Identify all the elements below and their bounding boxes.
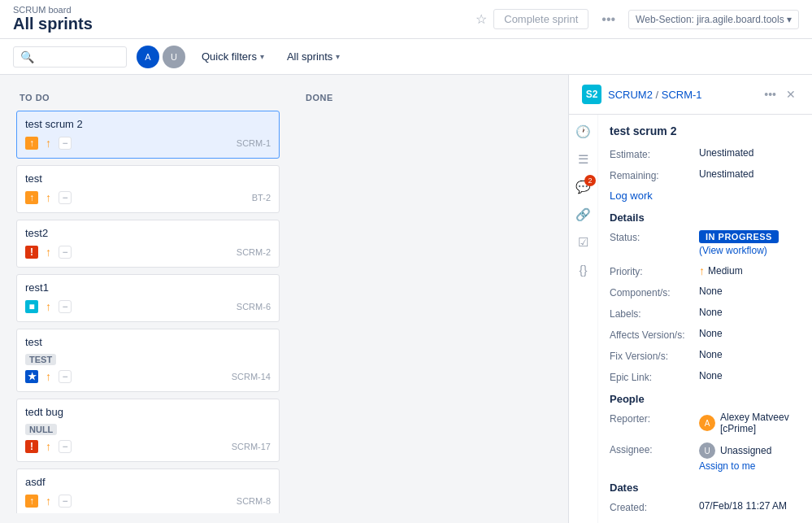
chevron-down-icon-2: ▾ [336,52,340,61]
card-scrm17[interactable]: tedt bug NULL ! ↑ − SCRM-17 [16,399,280,462]
detail-close-button[interactable]: ✕ [783,86,799,102]
label-badge: TEST [25,354,56,365]
card-footer: ! ↑ − SCRM-17 [25,438,271,455]
search-input[interactable] [39,50,120,63]
column-done: DONE [296,85,568,513]
comment-icon[interactable]: 💬 2 [575,180,591,194]
fix-label: Fix Version/s: [610,349,699,362]
fix-version-row: Fix Version/s: None [610,349,801,362]
card-scrm2[interactable]: test2 ! ↑ − SCRM-2 [16,220,280,268]
all-sprints-button[interactable]: All sprints ▾ [280,47,346,66]
card-title: test2 [25,227,271,239]
epic-label: Epic Link: [610,370,699,383]
priority-icon: ↑ [41,493,55,509]
components-label: Component/s: [610,285,699,299]
remaining-value: Unestimated [699,168,801,180]
web-section-label[interactable]: Web-Section: jira.agile.board.tools ▾ [628,10,799,29]
more-options-button[interactable]: ••• [595,9,622,30]
priority-icon: ↑ [41,438,55,455]
card-scrm6[interactable]: rest1 ■ ↑ − SCRM-6 [16,274,280,322]
assignee-value: Unassigned [720,445,771,456]
header-title-area: SCRUM board All sprints [13,5,93,33]
priority-icon: ↑ [41,244,55,260]
avatar-1[interactable]: A [137,46,159,68]
people-section-title: People [610,393,801,405]
priority-label: Priority: [610,264,699,277]
complete-sprint-button[interactable]: Complete sprint [493,9,588,29]
code-icon[interactable]: {} [579,263,587,277]
priority-value: ↑ Medium [699,264,801,277]
minus-button[interactable]: − [59,191,72,204]
avatar-2[interactable]: U [163,46,185,68]
card-badges: ↑ ↑ − [25,135,72,151]
detail-header: S2 SCRUM2 / SCRM-1 ••• ✕ [569,75,812,115]
column-todo: TO DO test scrum 2 ↑ ↑ − SCRM-1 [10,85,286,513]
description-icon[interactable]: ☰ [578,152,588,167]
issue-type-icon: ↑ [25,137,38,150]
assignee-value-area: U Unassigned Assign to me [699,442,771,472]
minus-button[interactable]: − [59,246,72,259]
issue-type-icon: ! [25,246,38,259]
minus-button[interactable]: − [59,495,72,508]
view-workflow-link[interactable]: (View workflow) [699,245,779,256]
issue-type-icon: ! [25,440,38,453]
components-value: None [699,285,801,297]
page-title: All sprints [13,15,93,33]
checklist-icon[interactable]: ☑ [578,235,588,250]
breadcrumb-project-link[interactable]: SCRUM2 [608,89,653,101]
issue-type-icon: ↑ [25,191,38,204]
minus-button[interactable]: − [59,137,72,150]
card-badges: ■ ↑ − [25,299,72,315]
label-badge-null: NULL [25,424,57,435]
avatar-group: A U [137,46,185,68]
minus-button[interactable]: − [59,300,72,313]
card-id: SCRM-17 [232,442,271,451]
clock-icon[interactable]: 🕐 [575,124,591,139]
card-title: test scrum 2 [25,118,271,130]
epic-value: None [699,370,801,381]
card-title: test [25,336,271,348]
card-footer: ↑ ↑ − SCRM-8 [25,493,271,509]
card-title: rest1 [25,281,271,294]
board-container: TO DO test scrum 2 ↑ ↑ − SCRM-1 [0,75,812,523]
card-scrm14[interactable]: test TEST ★ ↑ − SCRM-14 [16,329,280,392]
card-scrm8[interactable]: asdf ↑ ↑ − SCRM-8 [16,469,280,513]
breadcrumb-issue-link[interactable]: SCRM-1 [662,89,702,101]
card-scrm1[interactable]: test scrum 2 ↑ ↑ − SCRM-1 [16,111,280,159]
detail-panel: S2 SCRUM2 / SCRM-1 ••• ✕ 🕐 ☰ 💬 2 🔗 ☑ {} [568,75,812,523]
card-bt2[interactable]: test ↑ ↑ − BT-2 [16,165,280,213]
affects-value: None [699,328,801,339]
quick-filters-button[interactable]: Quick filters ▾ [195,47,271,66]
minus-button[interactable]: − [59,440,72,453]
priority-icon: ↑ [41,190,55,206]
detail-breadcrumb: SCRUM2 / SCRM-1 [608,89,754,101]
card-title: test [25,172,271,185]
estimate-row: Estimate: Unestimated [610,147,801,160]
detail-header-actions: ••• ✕ [761,86,799,102]
minus-button[interactable]: − [59,370,72,383]
card-badges: ↑ ↑ − [25,493,72,509]
star-icon[interactable]: ☆ [475,11,487,27]
reporter-label: Reporter: [610,412,699,425]
card-id: SCRM-14 [232,372,271,381]
detail-more-button[interactable]: ••• [761,86,779,102]
detail-body: 🕐 ☰ 💬 2 🔗 ☑ {} test scrum 2 Estimate: Un… [569,115,812,523]
search-box[interactable]: 🔍 [13,46,127,68]
detail-issue-title: test scrum 2 [610,124,801,137]
card-id: SCRM-1 [237,138,271,148]
priority-icon: ↑ [41,368,55,385]
labels-label: Labels: [610,307,699,320]
card-title: tedt bug [25,406,271,418]
assignee-label: Assignee: [610,442,699,455]
reporter-org: [cPrime] [720,423,789,434]
assign-to-me-link[interactable]: Assign to me [699,460,771,472]
status-badge[interactable]: IN PROGRESS [699,230,779,243]
link-icon[interactable]: 🔗 [575,207,591,222]
breadcrumb: SCRUM board [13,5,93,15]
reporter-value-area: A Alexey Matveev [cPrime] [699,412,789,434]
chevron-down-icon: ▾ [260,52,264,61]
log-work-link[interactable]: Log work [610,190,801,202]
search-icon: 🔍 [20,50,34,63]
epic-row: Epic Link: None [610,370,801,383]
status-value-area: IN PROGRESS (View workflow) [699,230,779,256]
